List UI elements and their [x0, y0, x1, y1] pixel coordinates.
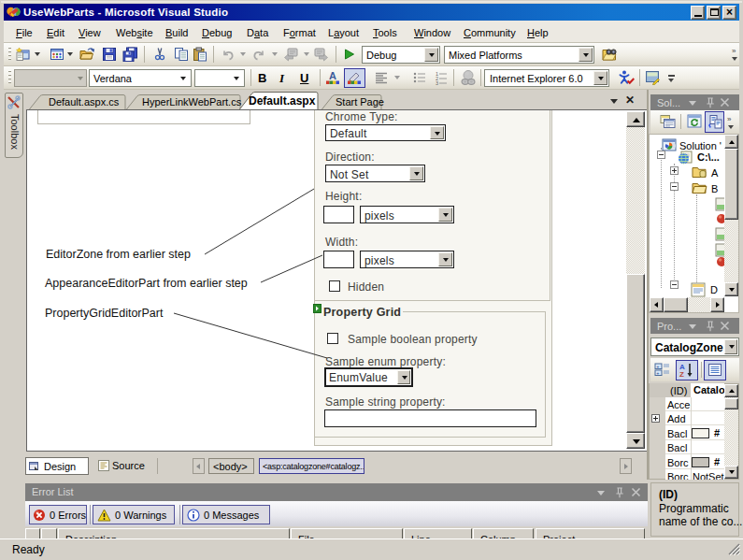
svg-text:+: + [656, 364, 659, 369]
svg-text:A: A [329, 70, 336, 81]
svg-text:+: + [656, 370, 659, 376]
svg-text:Z: Z [679, 370, 684, 379]
svg-text:3: 3 [436, 80, 438, 85]
